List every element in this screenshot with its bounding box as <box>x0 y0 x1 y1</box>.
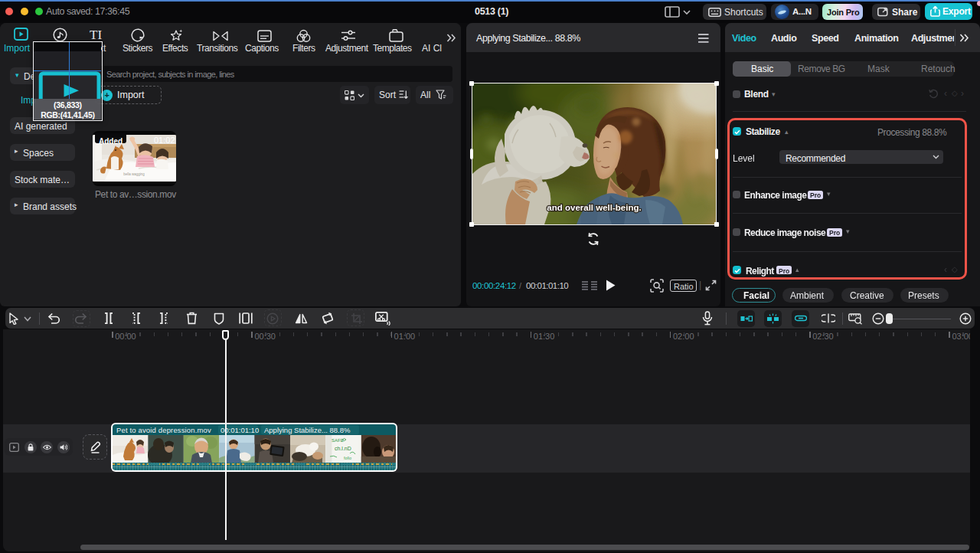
svg-text:SAFE: SAFE <box>332 438 344 443</box>
svg-text:follo: follo <box>344 456 351 460</box>
svg-text:bella wagging: bella wagging <box>123 172 145 176</box>
svg-text:ch.l.nD: ch.l.nD <box>335 446 351 451</box>
